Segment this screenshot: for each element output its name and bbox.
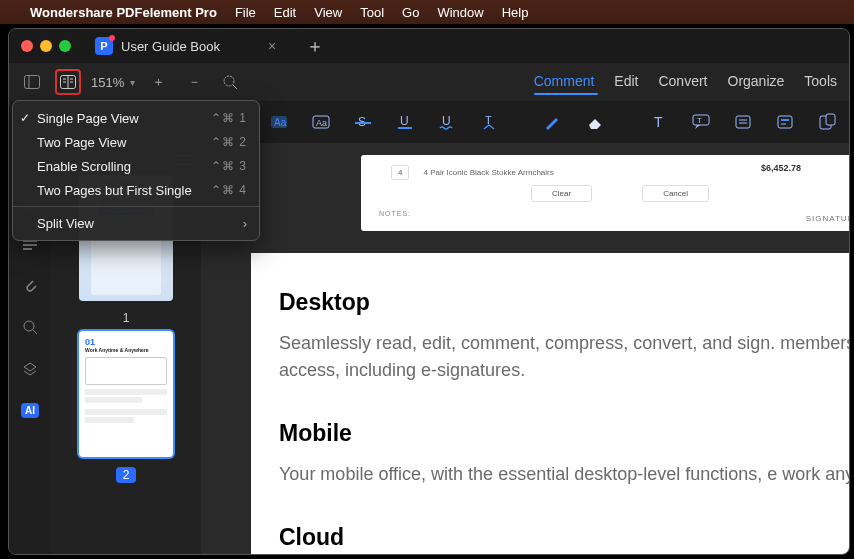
attachment-tool[interactable] — [817, 110, 837, 134]
notes-label: NOTES: — [379, 210, 411, 217]
page-view-dropdown: ✓ Single Page View ⌃⌘ 1 Two Page View ⌃⌘… — [12, 100, 260, 241]
menu-item-label: Two Pages but First Single — [37, 183, 192, 198]
svg-rect-0 — [25, 76, 40, 89]
textbox-tool[interactable]: T — [649, 110, 669, 134]
mode-convert[interactable]: Convert — [658, 73, 707, 89]
menu-split-view[interactable]: Split View › — [13, 211, 259, 235]
paragraph-desktop: Seamlessly read, edit, comment, compress… — [279, 330, 849, 384]
minimize-window-button[interactable] — [40, 40, 52, 52]
thumb2-sub: Work Anytime & Anywhere — [85, 347, 167, 353]
menu-item-shortcut: ⌃⌘ 4 — [211, 183, 247, 197]
area-highlight-tool[interactable]: Aa — [311, 110, 331, 134]
svg-text:T: T — [654, 114, 663, 130]
fit-page-button[interactable] — [217, 69, 243, 95]
app-logo-icon: P — [95, 37, 113, 55]
document-viewport[interactable]: 4 4 Pair Iconic Black Stokke Armchairs C… — [201, 143, 849, 554]
mode-tools[interactable]: Tools — [804, 73, 837, 89]
page-number-1: 1 — [123, 311, 130, 325]
menu-single-page-view[interactable]: ✓ Single Page View ⌃⌘ 1 — [13, 106, 259, 130]
paragraph-mobile: Your mobile office, with the essential d… — [279, 461, 849, 488]
menu-enable-scrolling[interactable]: Enable Scrolling ⌃⌘ 3 — [13, 154, 259, 178]
sticky-note-tool[interactable] — [733, 110, 753, 134]
svg-rect-26 — [778, 116, 792, 128]
underline-tool[interactable]: U — [395, 110, 415, 134]
layers-button[interactable] — [22, 361, 38, 377]
tab-title: User Guide Book — [121, 39, 220, 54]
new-tab-button[interactable]: ＋ — [306, 34, 324, 58]
svg-line-9 — [233, 85, 237, 89]
sidebar-toggle-button[interactable] — [19, 69, 45, 95]
strikethrough-tool[interactable]: S — [353, 110, 373, 134]
mac-menubar: Wondershare PDFelement Pro File Edit Vie… — [0, 0, 854, 24]
active-indicator — [534, 93, 598, 95]
heading-mobile: Mobile — [279, 420, 849, 447]
app-name[interactable]: Wondershare PDFelement Pro — [30, 5, 217, 20]
page-2: Desktop Seamlessly read, edit, comment, … — [251, 253, 849, 554]
document-tab[interactable]: P User Guide Book × — [83, 29, 288, 63]
menu-item-shortcut: ⌃⌘ 3 — [211, 159, 247, 173]
mode-comment[interactable]: Comment — [534, 73, 595, 89]
page-view-mode-button[interactable] — [55, 69, 81, 95]
mode-tabs: Comment Edit Convert Organize Tools — [534, 73, 837, 89]
search-button[interactable] — [22, 319, 38, 335]
zoom-in-button[interactable]: ＋ — [145, 69, 171, 95]
svg-line-36 — [33, 330, 37, 334]
svg-text:T: T — [697, 116, 702, 125]
menu-separator — [13, 206, 259, 207]
chevron-down-icon: ▾ — [130, 77, 135, 88]
svg-text:U: U — [442, 114, 451, 128]
table-row-text: 4 Pair Iconic Black Stokke Armchairs — [423, 168, 553, 177]
svg-text:U: U — [400, 114, 409, 128]
note-tool[interactable] — [775, 110, 795, 134]
page-thumbnail-2[interactable]: 01 Work Anytime & Anywhere — [79, 331, 173, 457]
svg-rect-23 — [736, 116, 750, 128]
menu-tool[interactable]: Tool — [360, 5, 384, 20]
close-window-button[interactable] — [21, 40, 33, 52]
menu-item-label: Split View — [37, 216, 94, 231]
menu-window[interactable]: Window — [437, 5, 483, 20]
signature-label: SIGNATURE: — [806, 214, 849, 223]
menu-two-pages-first-single[interactable]: Two Pages but First Single ⌃⌘ 4 — [13, 178, 259, 202]
menu-edit[interactable]: Edit — [274, 5, 296, 20]
eraser-tool[interactable] — [585, 110, 605, 134]
mode-organize[interactable]: Organize — [728, 73, 785, 89]
heading-cloud: Cloud — [279, 524, 849, 551]
fit-icon — [222, 74, 238, 90]
menu-two-page-view[interactable]: Two Page View ⌃⌘ 2 — [13, 130, 259, 154]
zoom-value: 151% — [91, 75, 124, 90]
attachments-button[interactable] — [23, 277, 37, 293]
menu-help[interactable]: Help — [502, 5, 529, 20]
menu-item-shortcut: ⌃⌘ 1 — [211, 111, 247, 125]
svg-point-35 — [24, 321, 34, 331]
zoom-control[interactable]: 151% ▾ — [91, 75, 135, 90]
highlight-text-tool[interactable]: Aa — [269, 110, 289, 134]
check-icon: ✓ — [20, 111, 30, 125]
tab-bar: P User Guide Book × ＋ — [9, 29, 849, 63]
heading-desktop: Desktop — [279, 289, 849, 316]
callout-tool[interactable]: T — [691, 110, 711, 134]
sidebar-icon — [24, 75, 40, 89]
menu-view[interactable]: View — [314, 5, 342, 20]
menu-item-label: Enable Scrolling — [37, 159, 131, 174]
squiggly-underline-tool[interactable]: U — [437, 110, 457, 134]
clear-button: Clear — [531, 185, 592, 202]
menu-file[interactable]: File — [235, 5, 256, 20]
page-number-2: 2 — [116, 467, 137, 483]
page-1-partial: 4 4 Pair Iconic Black Stokke Armchairs C… — [361, 155, 849, 231]
ai-button[interactable]: AI — [21, 403, 39, 418]
thumb2-num: 01 — [85, 337, 167, 347]
mode-edit[interactable]: Edit — [614, 73, 638, 89]
zoom-out-button[interactable]: － — [181, 69, 207, 95]
svg-point-8 — [224, 76, 234, 86]
cancel-button: Cancel — [642, 185, 709, 202]
caret-insert-tool[interactable]: T — [479, 110, 499, 134]
svg-text:Aa: Aa — [316, 118, 327, 128]
menu-item-shortcut: ⌃⌘ 2 — [211, 135, 247, 149]
pencil-tool[interactable] — [543, 110, 563, 134]
svg-rect-30 — [826, 114, 835, 125]
chevron-right-icon: › — [243, 216, 247, 231]
tab-close-button[interactable]: × — [268, 38, 276, 54]
total-value: $6,452.78 — [761, 163, 801, 173]
menu-go[interactable]: Go — [402, 5, 419, 20]
fullscreen-window-button[interactable] — [59, 40, 71, 52]
